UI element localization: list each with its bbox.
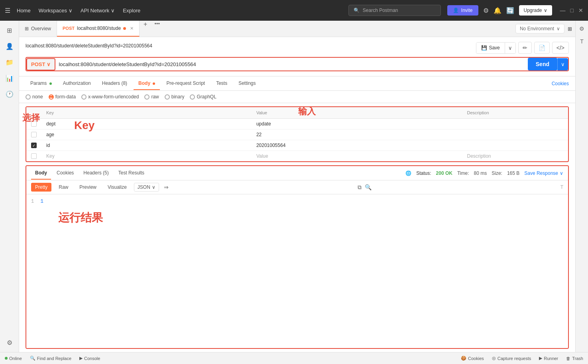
menu-api-network[interactable]: API Network ∨ (81, 8, 115, 14)
right-icon-font[interactable]: T (578, 37, 585, 46)
resp-tab-preview[interactable]: Preview (75, 183, 100, 192)
content-wrapper: 选择 输入 localhost:8080/student/deleteStude… (19, 37, 575, 352)
response-body-tabs: Pretty Raw Preview Visualize JSON ∨ ⇒ ⧉ … (26, 180, 568, 194)
resp-tab-pretty[interactable]: Pretty (31, 183, 51, 192)
notifications-icon[interactable]: 🔔 (494, 7, 501, 14)
minimize-button[interactable]: — (560, 7, 566, 14)
hamburger-icon[interactable]: ☰ (5, 7, 10, 14)
online-dot (5, 357, 8, 360)
sync-icon[interactable]: 🔄 (506, 7, 514, 14)
row-key-dept[interactable]: dept (41, 119, 252, 129)
req-tab-params[interactable]: Params (26, 77, 57, 90)
send-button[interactable]: Send (528, 58, 557, 70)
tab-active-request[interactable]: POST localhost:8080/stude ✕ (57, 21, 140, 37)
cookies-link[interactable]: Cookies (552, 81, 569, 86)
env-right: No Environment ∨ ⊞ (512, 24, 575, 33)
new-row-key[interactable]: Key (41, 151, 252, 162)
invite-button[interactable]: 👤 Invite (447, 5, 478, 16)
save-response-button[interactable]: Save Response ∨ (524, 170, 563, 176)
save-caret-button[interactable]: ∨ (505, 43, 515, 53)
status-capture[interactable]: ◎ Capture requests (492, 356, 531, 361)
row-checkbox-dept[interactable] (31, 121, 37, 127)
sidebar-item-apis[interactable]: 📁 (3, 56, 16, 68)
app-body: ⊞ 👤 📁 📊 🕐 ⚙ ⊞ Overview POST localhost:80… (0, 21, 588, 352)
wrap-icon[interactable]: ⇒ (164, 184, 169, 190)
right-icon-settings[interactable]: ⚙ (578, 24, 586, 33)
status-console[interactable]: ▶ Console (79, 356, 100, 361)
tab-close-icon[interactable]: ✕ (130, 26, 134, 31)
tab-overview[interactable]: ⊞ Overview (19, 21, 57, 37)
option-binary[interactable]: binary (165, 94, 185, 100)
sidebar-item-settings[interactable]: ⚙ (3, 336, 16, 349)
search-bar[interactable]: 🔍 Search Postman (348, 5, 441, 16)
req-tab-headers[interactable]: Headers (8) (97, 77, 132, 90)
resp-tab-visualize[interactable]: Visualize (104, 183, 131, 192)
status-runner[interactable]: ▶ Runner (539, 356, 558, 361)
row-checkbox-age[interactable] (31, 132, 37, 137)
method-dropdown[interactable]: POST ∨ (26, 58, 55, 70)
radio-graphql (190, 94, 195, 100)
option-none[interactable]: none (26, 94, 43, 100)
sidebar-item-collections[interactable]: 👤 (3, 40, 16, 53)
format-select[interactable]: JSON ∨ (134, 183, 159, 192)
request-tabs: Params Authorization Headers (8) Body Pr… (19, 76, 575, 91)
environment-selector[interactable]: No Environment ∨ (515, 24, 564, 33)
table-row: dept update (26, 119, 568, 129)
col-key: Key (41, 107, 252, 119)
menu-workspaces[interactable]: Workspaces ∨ (39, 8, 73, 14)
close-button[interactable]: ✕ (578, 7, 583, 14)
row-value-age[interactable]: 22 (252, 129, 462, 140)
sidebar-item-new[interactable]: ⊞ (3, 24, 16, 37)
menu-explore[interactable]: Explore (123, 8, 140, 14)
tab-more-button[interactable]: ••• (151, 21, 163, 37)
row-key-age[interactable]: age (41, 129, 252, 140)
req-tab-tests[interactable]: Tests (211, 77, 232, 90)
response-tab-headers[interactable]: Headers (5) (79, 167, 112, 180)
edit-button[interactable]: ✏ (518, 42, 532, 54)
invite-icon: 👤 (453, 8, 459, 13)
search-response-icon[interactable]: 🔍 (365, 184, 372, 190)
status-online[interactable]: Online (5, 356, 22, 361)
request-area: localhost:8080/student/deleteStudentById… (19, 37, 575, 76)
new-row-value[interactable]: Value (252, 151, 462, 162)
resp-tab-raw[interactable]: Raw (55, 183, 72, 192)
url-input[interactable] (55, 59, 527, 70)
docs-button[interactable]: 📄 (534, 42, 550, 54)
radio-urlencoded (81, 94, 87, 100)
row-value-dept[interactable]: update (252, 119, 462, 129)
tab-add-button[interactable]: + (140, 21, 151, 37)
response-tab-test-results[interactable]: Test Results (114, 167, 148, 180)
new-row-checkbox[interactable] (31, 153, 37, 159)
sidebar-item-history[interactable]: 🕐 (3, 88, 16, 100)
status-cookies[interactable]: 🍪 Cookies (461, 356, 484, 361)
save-button[interactable]: 💾 Pretty Save (476, 43, 504, 53)
response-tab-body[interactable]: Body (31, 167, 51, 180)
copy-response-icon[interactable]: ⧉ (358, 184, 362, 191)
req-tab-settings[interactable]: Settings (234, 77, 260, 90)
req-tab-prerequest[interactable]: Pre-request Script (161, 77, 210, 90)
upgrade-button[interactable]: Upgrade ∨ (519, 5, 552, 16)
settings-icon[interactable]: ⚙ (483, 7, 489, 14)
row-value-id[interactable]: 20201005564 (252, 140, 462, 151)
row-checkbox-id[interactable]: ✓ (31, 143, 37, 148)
params-dot (49, 82, 52, 85)
send-dropdown-button[interactable]: ∨ (557, 58, 568, 70)
response-content: 1 1 运行结果 (26, 194, 568, 348)
option-urlencoded[interactable]: x-www-form-urlencoded (81, 94, 139, 100)
status-find-replace[interactable]: 🔍 Find and Replace (30, 356, 71, 361)
status-trash[interactable]: 🗑 Trash (566, 356, 583, 361)
option-formdata[interactable]: form-data (49, 94, 76, 100)
menu-home[interactable]: Home (17, 8, 31, 14)
sidebar-item-environments[interactable]: 📊 (3, 72, 16, 84)
row-key-id[interactable]: id (41, 140, 252, 151)
font-size-icon[interactable]: T (560, 184, 563, 190)
env-settings-icon[interactable]: ⊞ (568, 26, 572, 32)
req-tab-body[interactable]: Body (134, 77, 160, 90)
maximize-button[interactable]: □ (570, 7, 574, 14)
code-button[interactable]: </> (552, 42, 569, 54)
req-tab-auth[interactable]: Authorization (58, 77, 96, 90)
response-tab-cookies[interactable]: Cookies (53, 167, 78, 180)
option-raw[interactable]: raw (144, 94, 159, 100)
row-desc-id (462, 140, 568, 151)
option-graphql[interactable]: GraphQL (190, 94, 216, 100)
